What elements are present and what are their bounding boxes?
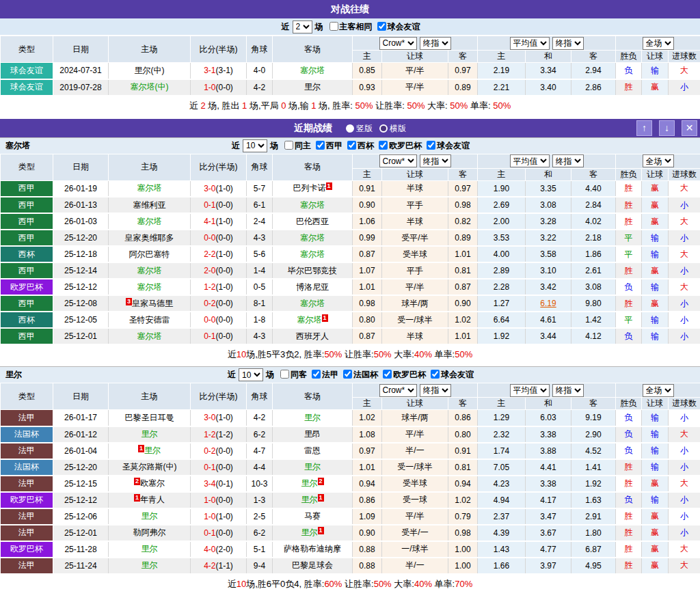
filter-checkbox-label[interactable]: 西甲 (311, 141, 342, 150)
filter-checkbox[interactable] (284, 141, 293, 150)
avg-home: 4.94 (478, 492, 526, 508)
filter-checkbox[interactable] (427, 141, 435, 150)
score: 0-1(0-0) (191, 197, 247, 213)
team-name: 塞尔塔 (300, 66, 325, 75)
odds-source-select[interactable]: Crow* (379, 384, 417, 397)
odds-source-select[interactable]: Crow* (379, 154, 417, 167)
odds-away: 0.90 (448, 295, 478, 312)
team-name: 里尔 (142, 560, 158, 570)
scope-select[interactable]: 全场 (643, 154, 674, 167)
table-row: 西甲26-01-13塞维利亚0-1(0-0)6-1塞尔塔0.90平手0.982.… (1, 197, 700, 213)
filter-checkbox-label[interactable]: 同主 (280, 141, 311, 150)
away-team: 里尔1 (273, 525, 353, 541)
avg-away: 1.63 (571, 492, 616, 508)
odds-handicap: 平手 (382, 262, 448, 279)
result-goals: 小 (669, 230, 700, 246)
avg-source-select[interactable]: 平均值 (510, 37, 550, 50)
score-fulltime: 0-1 (204, 528, 215, 538)
lille-subheader: 里尔 近10场同客法甲法国杯欧罗巴杯球会友谊 (0, 366, 700, 383)
filter-checkbox[interactable] (431, 370, 440, 379)
match-count-select[interactable]: 2 (293, 20, 312, 33)
filter-checkbox-label[interactable]: 欧罗巴杯 (374, 141, 422, 150)
match-count-select[interactable]: 10 (239, 368, 263, 381)
avg-time-select[interactable]: 终指 (552, 384, 584, 397)
match-type-badge: 法甲 (1, 476, 53, 492)
odds-handicap: 受一/球半 (382, 459, 448, 476)
odds-source-select[interactable]: Crow* (379, 37, 417, 50)
move-up-button[interactable]: ↑ (636, 120, 652, 136)
team-name: 塞尔塔 (297, 315, 322, 325)
filter-checkbox-label[interactable]: 法国杯 (338, 370, 378, 379)
odds-away: 0.82 (448, 213, 478, 230)
avg-source-select[interactable]: 平均值 (510, 384, 550, 397)
score: 1-2(1-0) (191, 279, 247, 295)
filter-checkbox-label[interactable]: 西杯 (342, 141, 374, 150)
highlighted-odds-link[interactable]: 6.19 (540, 299, 556, 308)
table-row: 西杯25-12-18阿尔巴塞特2-2(1-0)5-6塞尔塔0.87受半球1.01… (1, 246, 700, 262)
filter-checkbox[interactable] (347, 141, 356, 150)
match-count-select[interactable]: 10 (243, 139, 267, 152)
avg-home: 2.28 (478, 279, 526, 295)
avg-time-select[interactable]: 终指 (552, 37, 584, 50)
result-handicap: 赢 (642, 295, 669, 312)
filter-checkbox[interactable] (329, 22, 338, 31)
column-subheader: 胜负 (616, 51, 642, 63)
score-halftime: (1-0) (216, 217, 233, 226)
filter-checkbox[interactable] (379, 141, 388, 150)
h2h-summary: 近 2 场, 胜出 1 场,平局 0 场,输 1 场, 胜率: 50% 让胜率:… (0, 96, 700, 115)
scope-select[interactable]: 全场 (643, 384, 674, 397)
avg-source-select[interactable]: 平均值 (510, 154, 550, 167)
filter-checkbox-label[interactable]: 球会友谊 (426, 370, 474, 379)
odds-away: 0.98 (448, 197, 478, 213)
layout-radio-unselected[interactable] (379, 124, 388, 133)
score: 0-1(0-0) (191, 328, 247, 344)
summary-segment: 单率: (432, 579, 455, 589)
odds-away: 0.94 (448, 476, 478, 492)
odds-home: 0.90 (353, 197, 382, 213)
avg-time-select[interactable]: 终指 (552, 154, 584, 167)
team-name: 巴黎足球会 (292, 560, 333, 570)
avg-home: 1.66 (478, 558, 526, 574)
scope-select-cell: 全场 (616, 36, 700, 51)
filter-checkbox-label[interactable]: 球会友谊 (422, 141, 470, 150)
column-subheader: 让球 (642, 51, 669, 63)
corner-score: 2-5 (247, 508, 273, 525)
filter-checkbox-label[interactable]: 同客 (275, 370, 307, 379)
odds-away: 0.98 (448, 525, 478, 541)
filter-checkbox-label[interactable]: 主客相同 (325, 21, 373, 33)
team-name-celta: 塞尔塔 (5, 138, 30, 154)
celta-table-header: 类型日期主场比分(半场)角球客场Crow*终指平均值终指全场主让球客主和客胜负让… (1, 154, 700, 180)
move-down-button[interactable]: ↓ (659, 120, 675, 136)
away-team: 巴黎足球会 (273, 558, 353, 574)
column-header: 主场 (109, 383, 191, 410)
filter-checkbox-label[interactable]: 欧罗巴杯 (378, 370, 426, 379)
odds-time-select[interactable]: 终指 (420, 37, 451, 50)
odds-handicap: 半/一 (382, 558, 448, 574)
filter-checkbox[interactable] (383, 370, 392, 379)
result-wdl: 负 (616, 63, 642, 79)
filter-checkbox[interactable] (377, 22, 386, 31)
match-type-badge: 法国杯 (1, 426, 53, 443)
filter-checkbox[interactable] (312, 370, 321, 379)
scope-select[interactable]: 全场 (643, 37, 674, 50)
filter-checkbox[interactable] (280, 370, 289, 379)
column-subheader: 让球 (642, 398, 669, 410)
h2h-table-header: 类型日期主场比分(半场)角球客场Crow*终指平均值终指全场主让球客主和客胜负让… (1, 36, 700, 63)
avg-draw: 3.42 (526, 279, 571, 295)
layout-radio-selected[interactable] (346, 124, 354, 133)
odds-handicap: 受半球 (382, 476, 448, 492)
team-name: 里昂 (304, 429, 321, 439)
away-team: 里尔2 (273, 476, 353, 492)
filter-checkbox[interactable] (343, 370, 352, 379)
team-name: 毕尔巴鄂竞技 (288, 266, 337, 275)
odds-home: 0.87 (353, 328, 382, 344)
filter-checkbox[interactable] (316, 141, 325, 150)
close-button[interactable]: ✕ (682, 120, 697, 136)
filter-checkbox-label[interactable]: 法甲 (307, 370, 338, 379)
odds-time-select[interactable]: 终指 (420, 384, 451, 397)
score-halftime: (0-0) (216, 331, 233, 341)
table-row: 法国杯26-01-12里尔1-2(1-2)6-2里昂1.08平/半0.802.3… (1, 426, 700, 443)
odds-time-select[interactable]: 终指 (420, 154, 451, 167)
filter-checkbox-label[interactable]: 球会友谊 (373, 21, 420, 33)
score: 4-1(1-0) (191, 213, 247, 230)
